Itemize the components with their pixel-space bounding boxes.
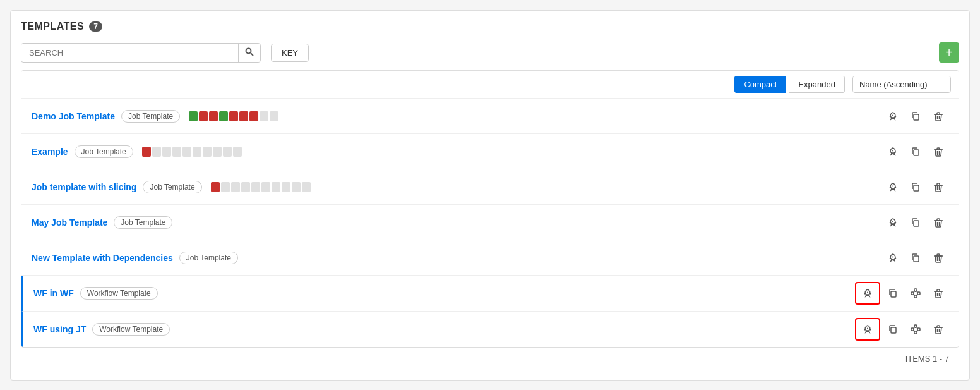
svg-rect-44 — [914, 325, 917, 327]
copy-button[interactable] — [883, 320, 903, 338]
delete-button[interactable] — [928, 178, 948, 196]
type-badge: Job Template — [121, 110, 180, 123]
template-row: Job template with slicingJob Template — [21, 169, 959, 205]
add-button[interactable]: + — [939, 42, 959, 63]
svg-rect-46 — [914, 331, 917, 334]
copy-button[interactable] — [905, 178, 926, 196]
status-bar — [233, 147, 242, 157]
copy-icon — [888, 324, 898, 334]
status-bar — [282, 182, 290, 192]
status-bars — [189, 111, 883, 121]
row-actions — [883, 178, 948, 196]
delete-icon — [933, 217, 943, 228]
type-badge: Job Template — [114, 216, 172, 229]
svg-line-50 — [914, 329, 914, 332]
status-bar — [211, 182, 220, 192]
page-title: TEMPLATES — [21, 21, 84, 32]
status-bar — [221, 182, 230, 192]
launch-button[interactable] — [883, 214, 903, 231]
rocket-icon — [863, 288, 873, 298]
template-name[interactable]: WF in WF — [33, 288, 74, 298]
row-actions — [883, 107, 948, 125]
launch-button[interactable] — [883, 249, 903, 267]
template-name[interactable]: Job template with slicing — [32, 182, 136, 192]
sort-select[interactable]: Name (Ascending) Name (Descending) — [853, 76, 950, 92]
status-bar — [152, 147, 161, 157]
delete-icon — [933, 182, 943, 192]
page-container: TEMPLATES 7 KEY + Compact Expanded — [10, 10, 970, 381]
diagram-icon — [911, 324, 921, 334]
svg-line-36 — [914, 293, 914, 296]
delete-button[interactable] — [928, 320, 948, 338]
search-icon — [245, 47, 254, 56]
launch-button[interactable] — [858, 284, 878, 302]
svg-point-41 — [867, 328, 868, 329]
row-actions — [855, 282, 948, 305]
copy-button[interactable] — [905, 214, 926, 231]
delete-icon — [933, 147, 943, 157]
diagram-button[interactable] — [905, 284, 926, 302]
template-name[interactable]: WF using JT — [33, 324, 86, 334]
svg-point-22 — [892, 256, 893, 257]
template-name[interactable]: Demo Job Template — [32, 111, 115, 121]
template-row: May Job TemplateJob Template — [21, 205, 959, 240]
items-count: ITEMS 1 - 7 — [21, 348, 959, 370]
expanded-view-button[interactable]: Expanded — [789, 76, 845, 93]
launch-button[interactable] — [883, 143, 903, 161]
delete-icon — [933, 253, 943, 263]
svg-line-1 — [251, 53, 253, 56]
type-badge: Workflow Template — [80, 287, 158, 300]
status-bar — [270, 111, 278, 121]
delete-icon — [933, 111, 943, 121]
copy-icon — [911, 182, 921, 192]
svg-rect-30 — [914, 289, 917, 291]
delete-button[interactable] — [928, 107, 948, 125]
copy-button[interactable] — [905, 107, 926, 125]
status-bar — [292, 182, 301, 192]
launch-button[interactable] — [883, 107, 903, 125]
delete-button[interactable] — [928, 284, 948, 302]
diagram-button[interactable] — [905, 320, 926, 338]
copy-button[interactable] — [905, 143, 926, 161]
delete-icon — [933, 288, 943, 298]
template-name[interactable]: May Job Template — [32, 217, 107, 228]
status-bar — [193, 147, 201, 157]
copy-button[interactable] — [905, 249, 926, 267]
list-header: Compact Expanded Name (Ascending) Name (… — [21, 71, 959, 99]
status-bar — [260, 111, 268, 121]
delete-button[interactable] — [928, 249, 948, 267]
svg-rect-45 — [917, 328, 920, 331]
copy-button[interactable] — [883, 284, 903, 302]
status-bar — [162, 147, 171, 157]
status-bar — [219, 111, 228, 121]
status-bar — [213, 147, 222, 157]
row-actions — [883, 249, 948, 267]
svg-rect-28 — [891, 291, 896, 297]
status-bars — [211, 182, 883, 192]
svg-rect-18 — [914, 221, 919, 226]
type-badge: Workflow Template — [92, 323, 170, 336]
row-actions — [855, 318, 948, 341]
svg-line-37 — [917, 293, 917, 296]
type-badge: Job Template — [75, 145, 133, 158]
status-bar — [209, 111, 218, 121]
template-name[interactable]: Example — [32, 147, 68, 157]
svg-line-33 — [914, 290, 914, 293]
svg-line-47 — [914, 326, 914, 329]
svg-rect-32 — [914, 295, 917, 298]
launch-button[interactable] — [883, 178, 903, 196]
template-name[interactable]: New Template with Dependencies — [32, 253, 173, 263]
status-bar — [172, 147, 181, 157]
launch-button[interactable] — [858, 320, 878, 338]
search-input[interactable] — [21, 44, 238, 61]
type-badge: Job Template — [179, 252, 238, 264]
delete-button[interactable] — [928, 143, 948, 161]
compact-view-button[interactable]: Compact — [734, 76, 786, 93]
diagram-icon — [911, 288, 921, 298]
key-button[interactable]: KEY — [271, 44, 309, 62]
template-row: New Template with DependenciesJob Templa… — [21, 240, 959, 276]
delete-button[interactable] — [928, 214, 948, 231]
rocket-icon — [863, 324, 873, 334]
copy-icon — [888, 288, 898, 298]
search-button[interactable] — [238, 44, 260, 62]
